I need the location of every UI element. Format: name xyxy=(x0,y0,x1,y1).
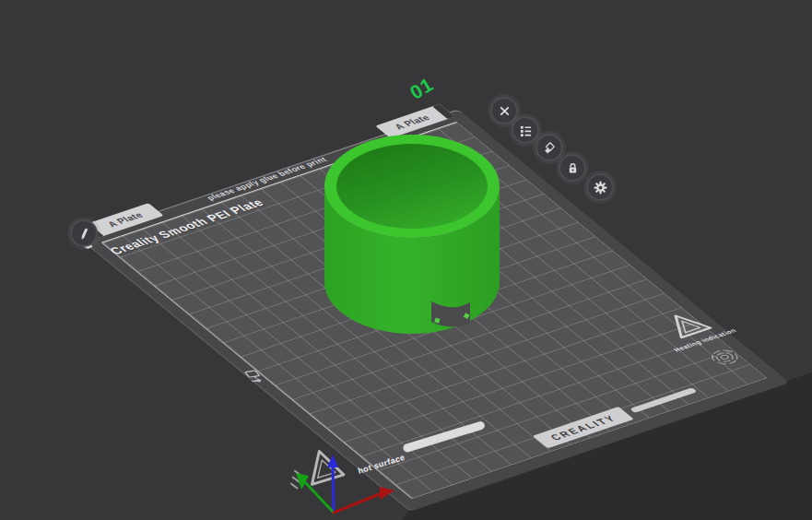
axes-gizmo xyxy=(0,0,812,520)
slicer-viewport: { "window": { "background": "#37373a" },… xyxy=(0,0,812,520)
x-axis xyxy=(334,493,382,513)
z-axis xyxy=(333,466,334,513)
y-axis xyxy=(304,481,334,513)
